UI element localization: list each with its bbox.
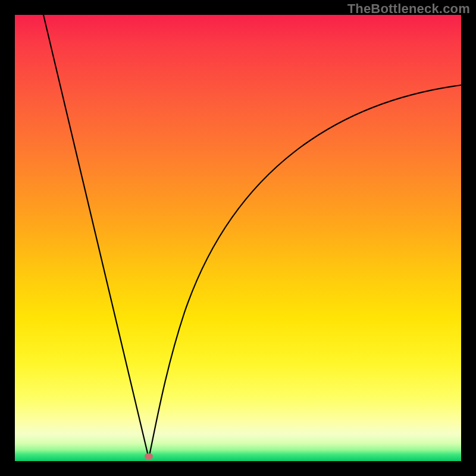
chart-frame: TheBottleneck.com (0, 0, 476, 476)
curve-left-branch (43, 15, 149, 458)
plot-area (15, 15, 461, 461)
watermark-text: TheBottleneck.com (347, 1, 470, 17)
vertex-marker (145, 453, 153, 459)
curve-right-branch (149, 85, 461, 458)
bottleneck-curve (15, 15, 461, 461)
